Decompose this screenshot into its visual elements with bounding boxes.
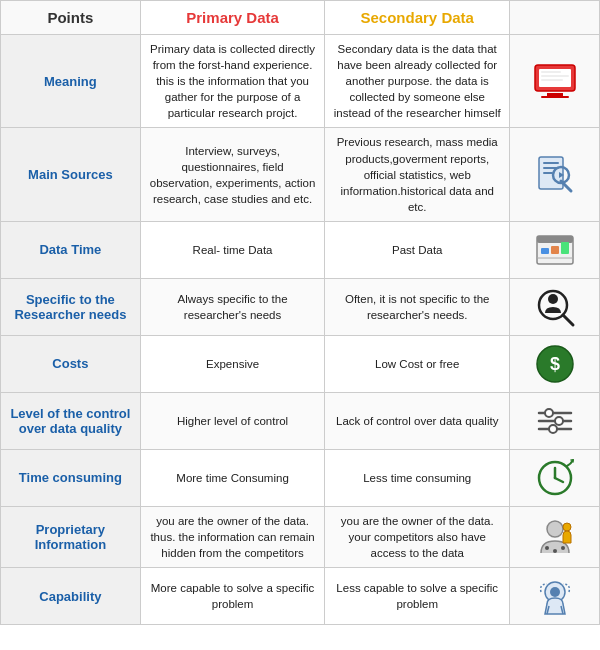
header-primary: Primary Data — [140, 1, 325, 35]
primary-data-time: Real- time Data — [140, 221, 325, 278]
svg-point-26 — [555, 417, 563, 425]
row-data-time: Data Time Real- time Data Past Data — [1, 221, 600, 278]
row-costs: Costs Expensive Low Cost or free $ — [1, 335, 600, 392]
primary-control: Higher level of control — [140, 392, 325, 449]
label-costs: Costs — [1, 335, 141, 392]
header-points: Points — [1, 1, 141, 35]
researcher-needs-icon — [518, 285, 591, 329]
icon-proprietary — [510, 506, 600, 567]
header-points-label: Points — [47, 9, 93, 26]
costs-icon: $ — [518, 342, 591, 386]
meaning-icon — [518, 57, 591, 105]
svg-point-32 — [563, 523, 571, 531]
svg-point-27 — [549, 425, 557, 433]
svg-point-34 — [561, 546, 565, 550]
label-main-sources: Main Sources — [1, 128, 141, 221]
secondary-proprietary: you are the owner of the data. your comp… — [325, 506, 510, 567]
icon-main-sources — [510, 128, 600, 221]
icon-data-time — [510, 221, 600, 278]
svg-rect-15 — [551, 246, 559, 254]
svg-rect-10 — [543, 172, 553, 174]
time-consuming-icon — [518, 456, 591, 500]
secondary-main-sources: Previous research, mass media products,g… — [325, 128, 510, 221]
primary-meaning: Primary data is collected directly from … — [140, 35, 325, 128]
secondary-meaning: Secondary data is the data that have bee… — [325, 35, 510, 128]
svg-rect-4 — [541, 71, 561, 73]
comparison-table: Points Primary Data Secondary Data Meani… — [0, 0, 600, 625]
svg-text:$: $ — [550, 354, 560, 374]
header-icon — [510, 1, 600, 35]
label-researcher-needs: Specific to the Researcher needs — [1, 278, 141, 335]
label-data-time: Data Time — [1, 221, 141, 278]
svg-rect-2 — [547, 93, 563, 96]
row-meaning: Meaning Primary data is collected direct… — [1, 35, 600, 128]
label-proprietary: Proprietary Information — [1, 506, 141, 567]
control-icon — [518, 399, 591, 443]
svg-point-35 — [545, 546, 549, 550]
secondary-researcher-needs: Often, it is not specific to the researc… — [325, 278, 510, 335]
icon-capability — [510, 568, 600, 625]
svg-rect-8 — [543, 162, 559, 164]
secondary-data-time: Past Data — [325, 221, 510, 278]
main-sources-icon — [518, 153, 591, 197]
icon-control — [510, 392, 600, 449]
svg-point-37 — [550, 587, 560, 597]
svg-rect-3 — [541, 96, 569, 98]
header-secondary-label: Secondary Data — [361, 9, 474, 26]
icon-meaning — [510, 35, 600, 128]
svg-rect-5 — [541, 75, 569, 77]
secondary-costs: Low Cost or free — [325, 335, 510, 392]
secondary-time-consuming: Less time consuming — [325, 449, 510, 506]
icon-time-consuming — [510, 449, 600, 506]
primary-capability: More capable to solve a specific problem — [140, 568, 325, 625]
primary-proprietary: you are the owner of the data. thus. the… — [140, 506, 325, 567]
primary-main-sources: Interview, surveys, questionnaires, fiel… — [140, 128, 325, 221]
row-control: Level of the control over data quality H… — [1, 392, 600, 449]
secondary-capability: Less capable to solve a specific problem — [325, 568, 510, 625]
svg-rect-16 — [561, 242, 569, 254]
icon-costs: $ — [510, 335, 600, 392]
secondary-control: Lack of control over data quality — [325, 392, 510, 449]
icon-researcher-needs — [510, 278, 600, 335]
row-capability: Capability More capable to solve a speci… — [1, 568, 600, 625]
label-capability: Capability — [1, 568, 141, 625]
row-time-consuming: Time consuming More time Consuming Less … — [1, 449, 600, 506]
header-primary-label: Primary Data — [186, 9, 279, 26]
label-meaning: Meaning — [1, 35, 141, 128]
svg-point-19 — [548, 294, 558, 304]
row-researcher-needs: Specific to the Researcher needs Always … — [1, 278, 600, 335]
data-time-icon — [518, 228, 591, 272]
row-proprietary: Proprietary Information you are the owne… — [1, 506, 600, 567]
label-control: Level of the control over data quality — [1, 392, 141, 449]
primary-time-consuming: More time Consuming — [140, 449, 325, 506]
primary-costs: Expensive — [140, 335, 325, 392]
label-time-consuming: Time consuming — [1, 449, 141, 506]
svg-rect-6 — [541, 79, 563, 81]
primary-researcher-needs: Always specific to the researcher's need… — [140, 278, 325, 335]
svg-point-31 — [547, 521, 563, 537]
svg-rect-13 — [537, 236, 573, 243]
svg-rect-14 — [541, 248, 549, 254]
svg-point-33 — [553, 549, 557, 553]
header-secondary: Secondary Data — [325, 1, 510, 35]
svg-point-25 — [545, 409, 553, 417]
svg-line-30 — [555, 478, 563, 482]
row-main-sources: Main Sources Interview, surveys, questio… — [1, 128, 600, 221]
proprietary-icon — [518, 515, 591, 559]
capability-icon — [518, 574, 591, 618]
